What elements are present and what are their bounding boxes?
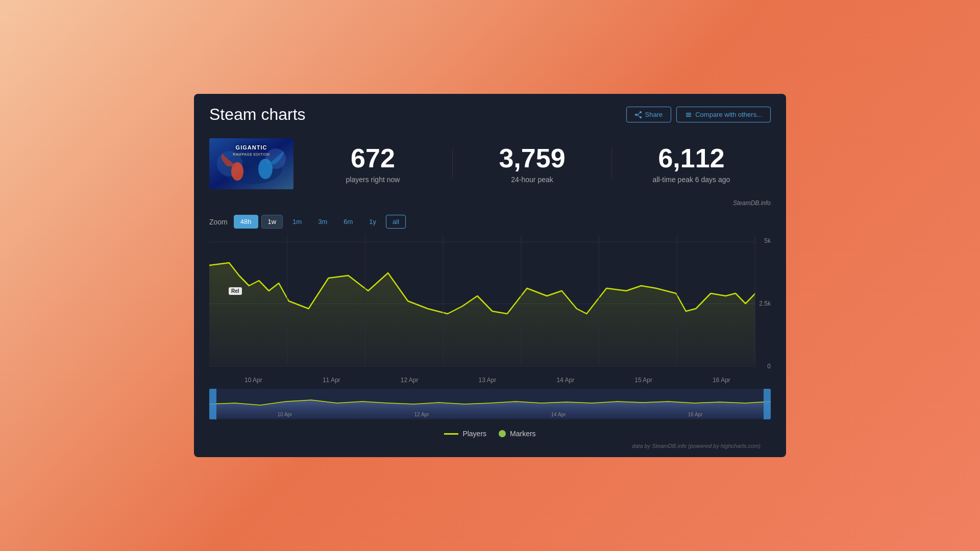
svg-point-13 — [258, 159, 273, 179]
peak-24h-label: 24-hour peak — [453, 176, 611, 184]
stat-peak-24h: 3,759 24-hour peak — [453, 144, 611, 183]
share-icon — [635, 111, 642, 118]
main-card: Steam charts Share Compare with others..… — [194, 94, 786, 457]
svg-point-2 — [635, 114, 637, 116]
compare-icon — [685, 111, 692, 118]
svg-point-0 — [640, 111, 642, 113]
zoom-row: Zoom 48h 1w 1m 3m 6m 1y all — [204, 211, 776, 235]
game-thumbnail: GIGANTIC RAMPAGE EDITION — [209, 138, 293, 189]
mini-x-16apr: 16 Apr — [688, 412, 703, 417]
x-label-13apr: 13 Apr — [479, 377, 497, 384]
stats-row: GIGANTIC RAMPAGE EDITION 672 players rig… — [194, 133, 786, 199]
legend-players: Players — [444, 430, 486, 438]
svg-line-3 — [637, 113, 640, 115]
stat-players-now: 672 players right now — [293, 144, 452, 183]
svg-line-4 — [637, 115, 640, 117]
mini-x-14apr: 14 Apr — [551, 412, 566, 417]
zoom-48h[interactable]: 48h — [234, 215, 258, 229]
x-label-15apr: 15 Apr — [634, 377, 652, 384]
y-label-2-5k: 2.5k — [759, 300, 771, 307]
players-now-label: players right now — [293, 176, 452, 184]
peak-24h-value: 3,759 — [453, 144, 611, 173]
x-label-14apr: 14 Apr — [556, 377, 574, 384]
mini-chart[interactable]: 10 Apr 12 Apr 14 Apr 16 Apr — [209, 389, 771, 419]
game-name: GIGANTIC — [209, 144, 293, 151]
x-label-10apr: 10 Apr — [244, 377, 262, 384]
legend-markers-label: Markers — [510, 430, 536, 438]
y-label-0: 0 — [759, 363, 771, 370]
zoom-6m[interactable]: 6m — [337, 215, 359, 229]
x-label-11apr: 11 Apr — [323, 377, 340, 384]
main-chart: 5k 2.5k 0 Rel — [209, 235, 771, 372]
legend-players-label: Players — [462, 430, 486, 438]
alltime-peak-value: 6,112 — [612, 144, 771, 173]
stat-alltime-peak: 6,112 all-time peak 6 days ago — [612, 144, 771, 183]
alltime-peak-label: all-time peak 6 days ago — [612, 176, 771, 184]
header: Steam charts Share Compare with others..… — [194, 94, 786, 133]
mini-x-labels: 10 Apr 12 Apr 14 Apr 16 Apr — [209, 412, 771, 417]
legend-players-line — [444, 433, 458, 435]
svg-point-1 — [640, 116, 642, 118]
legend: Players Markers — [204, 422, 776, 441]
x-axis: 10 Apr 11 Apr 12 Apr 13 Apr 14 Apr 15 Ap… — [204, 372, 776, 384]
steamdb-credit: SteamDB.info — [194, 199, 786, 211]
players-now-value: 672 — [293, 144, 452, 173]
data-credit: data by SteamDB.info (powered by highcha… — [204, 441, 776, 457]
mini-x-10apr: 10 Apr — [278, 412, 292, 417]
page-title: Steam charts — [209, 105, 306, 124]
y-axis: 5k 2.5k 0 — [759, 235, 771, 372]
zoom-label: Zoom — [209, 218, 228, 226]
share-button[interactable]: Share — [626, 107, 672, 122]
header-buttons: Share Compare with others... — [626, 107, 771, 122]
zoom-3m[interactable]: 3m — [311, 215, 334, 229]
zoom-all[interactable]: all — [386, 215, 406, 229]
compare-button[interactable]: Compare with others... — [676, 107, 771, 122]
release-marker: Rel — [229, 287, 242, 295]
zoom-1m[interactable]: 1m — [286, 215, 308, 229]
zoom-1y[interactable]: 1y — [362, 215, 383, 229]
legend-markers: Markers — [499, 430, 536, 438]
chart-svg — [209, 235, 755, 372]
game-subtitle: RAMPAGE EDITION — [209, 153, 293, 156]
chart-section: Zoom 48h 1w 1m 3m 6m 1y all 5k 2.5k 0 — [194, 211, 786, 457]
y-label-5k: 5k — [759, 237, 771, 244]
x-label-12apr: 12 Apr — [401, 377, 419, 384]
legend-markers-dot — [499, 430, 506, 437]
zoom-1w[interactable]: 1w — [261, 215, 283, 229]
mini-x-12apr: 12 Apr — [414, 412, 429, 417]
x-label-16apr: 16 Apr — [713, 377, 730, 384]
